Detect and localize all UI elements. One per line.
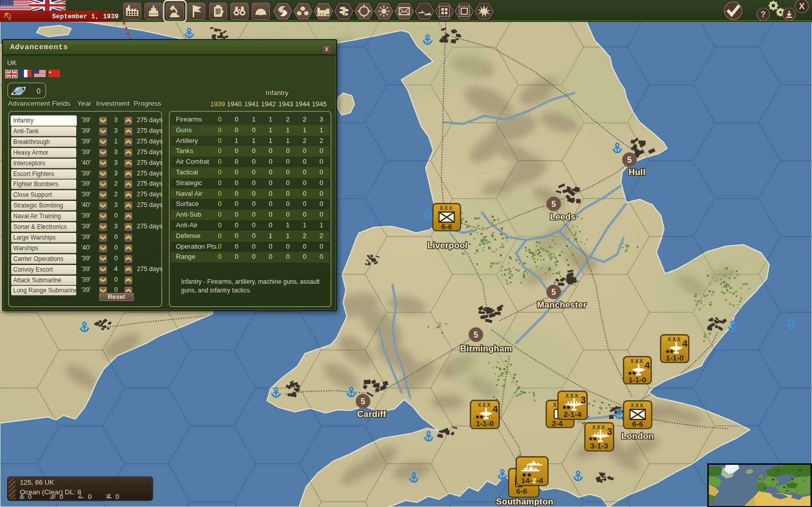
svg-text:Leeds: Leeds [550, 212, 576, 222]
svg-text:?: ? [761, 10, 766, 19]
svg-text:4: 4 [682, 338, 688, 349]
svg-text:5: 5 [361, 397, 366, 406]
svg-text:London: London [621, 431, 654, 441]
svg-text:XXX: XXX [668, 337, 682, 342]
svg-text:3: 3 [581, 395, 586, 405]
svg-text:5: 5 [474, 331, 478, 339]
svg-text:6-6: 6-6 [441, 222, 453, 231]
svg-text:1-1-0: 1-1-0 [628, 375, 646, 384]
svg-text:0: 0 [59, 493, 63, 500]
svg-text:6-6: 6-6 [632, 420, 643, 428]
svg-text:XXX: XXX [592, 425, 607, 430]
svg-text:Birmingham: Birmingham [460, 344, 512, 353]
svg-text:14-2-4: 14-2-4 [521, 476, 544, 485]
svg-text:4: 4 [645, 360, 650, 371]
svg-text:3-1-3: 3-1-3 [590, 441, 608, 450]
svg-text:XXX: XXX [478, 402, 492, 408]
svg-text:2-4: 2-4 [552, 419, 563, 428]
svg-text:1-1-0: 1-1-0 [476, 419, 494, 428]
svg-text:5: 5 [552, 200, 556, 208]
svg-text:5: 5 [552, 288, 556, 296]
svg-text:6-6: 6-6 [516, 487, 527, 495]
svg-text:0: 0 [28, 493, 32, 500]
svg-text:Hull: Hull [628, 167, 645, 177]
svg-text:XXX: XXX [630, 359, 645, 364]
svg-text:0: 0 [115, 493, 119, 500]
svg-text:3: 3 [607, 426, 613, 437]
svg-text:0: 0 [88, 493, 92, 500]
svg-text:Manchester: Manchester [537, 300, 587, 310]
svg-text:September 1, 1939: September 1, 1939 [52, 13, 119, 20]
svg-text:XXX: XXX [565, 393, 580, 399]
svg-text:1-1-0: 1-1-0 [666, 353, 683, 362]
svg-text:Liverpool: Liverpool [427, 241, 467, 250]
svg-text:5: 5 [627, 156, 632, 164]
svg-text:Cardiff: Cardiff [357, 409, 386, 419]
svg-text:4: 4 [493, 404, 498, 414]
svg-text:Southampton: Southampton [496, 497, 554, 506]
svg-text:XXX: XXX [630, 403, 645, 408]
svg-text:2-1-4: 2-1-4 [563, 410, 582, 419]
svg-text:X: X [799, 2, 805, 11]
svg-text:XXX: XXX [440, 205, 454, 211]
